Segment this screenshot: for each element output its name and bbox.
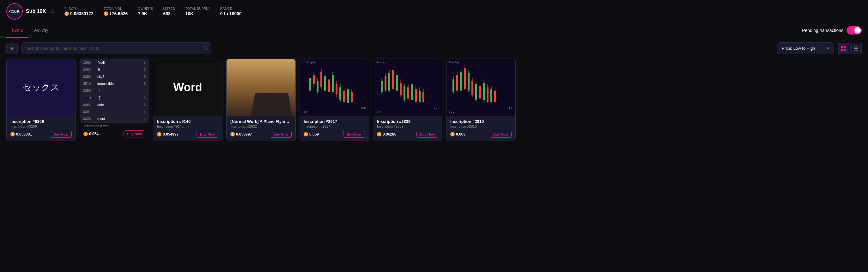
chart-2917-bottom-label: LKX (302, 111, 308, 114)
card-2922-footer: ₿ 0.058997 Buy Now (230, 131, 292, 138)
card-9209-price: ₿ 0.053801 (10, 132, 32, 136)
filter-icon (9, 46, 14, 51)
card-2922-image (226, 59, 296, 116)
filter-button[interactable] (6, 43, 18, 54)
chart-2917-right-label: YVR (360, 106, 366, 110)
listed-label: LISTED (163, 7, 175, 10)
stat-total-supply: TOTAL SUPPLY 10K (185, 7, 210, 16)
total-supply-value: 10K (185, 11, 210, 16)
tab-items[interactable]: Items (6, 23, 28, 38)
chart-2810-bottom-label: LKX (449, 111, 454, 114)
card-7927-subtitle: Inscription #7927 (84, 124, 145, 128)
nav-bar: Items Activity Pending transactions (0, 23, 868, 38)
card-2839-info: Inscription #2839 Inscription #2839 ₿ 0.… (373, 116, 442, 141)
svg-rect-5 (854, 47, 858, 48)
btc-icon-vol: ₿ (104, 11, 108, 16)
floor-label: FLOOR (64, 7, 94, 10)
card-2917-info: Inscription #2917 Inscription #2917 ₿ 0.… (300, 116, 369, 141)
dropdown-item-0[interactable]: 1565.\nall5 (80, 59, 149, 66)
card-9209-title: Inscription #9209 (10, 119, 72, 124)
range-label: RANGE (220, 7, 242, 10)
svg-rect-1 (841, 46, 843, 48)
toolbar: Price: Low to High ▾ (0, 38, 868, 59)
card-9209-image: セックス (7, 59, 75, 116)
buy-button-9209[interactable]: Buy Now (50, 131, 72, 138)
card-9209[interactable]: セックス Inscription #9209 Inscription #9209… (6, 59, 76, 141)
buy-button-2917[interactable]: Buy Now (343, 131, 365, 138)
buy-button-7927[interactable]: Buy Now (124, 131, 145, 137)
grid-view-button[interactable] (838, 43, 849, 54)
card-9146-price: ₿ 0.054997 (157, 132, 179, 136)
card-2810-info: Inscription #2810 Inscription #2810 ₿ 0.… (446, 116, 515, 141)
card-2917-subtitle: Inscription #2917 (304, 125, 365, 128)
chart-2839-svg (373, 59, 442, 116)
card-2839-image: Nasdaq (373, 59, 442, 116)
card-2922-subtitle: Inscription #2922 (230, 125, 292, 128)
card-2917-image: HC-Capital (300, 59, 369, 116)
btc-icon-2839: ₿ (377, 132, 381, 136)
dropdown-item-2[interactable]: 0093sky66 (80, 73, 149, 80)
dropdown-item-8[interactable]: 0035d out4 (80, 115, 149, 122)
sort-dropdown[interactable]: Price: Low to High ▾ (777, 43, 834, 54)
pending-toggle[interactable] (846, 26, 862, 34)
search-input[interactable] (22, 43, 211, 54)
svg-rect-4 (844, 49, 845, 51)
listed-value: 608 (163, 11, 175, 16)
card-2810-subtitle: Inscription #2810 (450, 125, 512, 128)
card-2917-title: Inscription #2917 (304, 119, 365, 124)
dropdown-item-7[interactable]: 00914 (80, 108, 149, 115)
logo-area: <10K Sub 10K ⓘ (6, 3, 54, 20)
toggle-knob (855, 27, 861, 33)
card-2839-price: ₿ 0.06288 (377, 132, 396, 136)
buy-button-2810[interactable]: Buy Now (490, 131, 512, 138)
dropdown-overlay: 1565.\nall5 0262♛7 0093sky66 0510impossi… (80, 59, 149, 123)
btc-icon-2810: ₿ (450, 132, 455, 136)
buy-button-2839[interactable]: Buy Now (416, 131, 438, 138)
card-2810[interactable]: Nasdaq (446, 59, 516, 141)
owners-label: OWNERS (138, 7, 153, 10)
card-2810-footer: ₿ 0.063 Buy Now (450, 131, 512, 138)
card-7927-footer: ₿ 0.054 Buy Now (84, 131, 145, 137)
stat-range: RANGE 0 to 10000 (220, 7, 242, 16)
svg-rect-7 (854, 50, 858, 51)
info-icon[interactable]: ⓘ (51, 9, 54, 14)
range-value: 0 to 10000 (220, 11, 242, 16)
card-9209-info: Inscription #9209 Inscription #9209 ₿ 0.… (7, 116, 75, 141)
card-2839[interactable]: Nasdaq (373, 59, 442, 141)
buy-button-2922[interactable]: Buy Now (270, 131, 292, 138)
floor-value: ₿ 0.05380172 (64, 11, 94, 16)
svg-rect-2 (844, 46, 845, 48)
owners-value: 7.9K (138, 11, 153, 16)
btc-icon-9146: ₿ (157, 132, 161, 136)
card-2922-title: [Normal Work] A Plane Flying Over A (230, 119, 292, 124)
chevron-down-icon: ▾ (827, 46, 829, 51)
dropdown-item-4[interactable]: 0050-4:4 (80, 87, 149, 94)
dropdown-item-3[interactable]: 0510impossible6 (80, 80, 149, 87)
list-view-button[interactable] (850, 43, 862, 54)
card-2922-info: [Normal Work] A Plane Flying Over A Insc… (226, 116, 296, 141)
dropdown-item-5[interactable]: 1110🍷in5 (80, 94, 149, 101)
card-2810-image: Nasdaq (446, 59, 515, 116)
list-icon (854, 46, 859, 51)
tab-activity[interactable]: Activity (28, 23, 54, 38)
search-button[interactable] (204, 46, 208, 51)
card-2839-subtitle: Inscription #2839 (377, 125, 438, 128)
dropdown-list[interactable]: 1565.\nall5 0262♛7 0093sky66 0510impossi… (80, 59, 149, 122)
btc-icon-9209: ₿ (10, 132, 15, 136)
dropdown-item-6[interactable]: 0054able6 (80, 101, 149, 108)
buy-button-9146[interactable]: Buy Now (196, 131, 218, 138)
card-9146-subtitle: Inscription #9146 (157, 125, 218, 128)
card-2922[interactable]: [Normal Work] A Plane Flying Over A Insc… (226, 59, 296, 141)
dropdown-item-1[interactable]: 0262♛7 (80, 66, 149, 73)
card-2922-price: ₿ 0.058997 (230, 132, 252, 136)
chart-2810-svg (446, 59, 515, 116)
card-9146-image: Word (153, 59, 222, 116)
chart-2917-svg (300, 59, 369, 116)
btc-icon-7927: ₿ (84, 132, 88, 136)
total-supply-label: TOTAL SUPPLY (185, 7, 210, 10)
card-2917[interactable]: HC-Capital (300, 59, 369, 141)
card-9209-footer: ₿ 0.053801 Buy Now (10, 131, 72, 138)
card-9146[interactable]: Word Inscription #9146 Inscription #9146… (153, 59, 222, 141)
card-2917-footer: ₿ 0.059 Buy Now (304, 131, 365, 138)
stat-listed: LISTED 608 (163, 7, 175, 16)
